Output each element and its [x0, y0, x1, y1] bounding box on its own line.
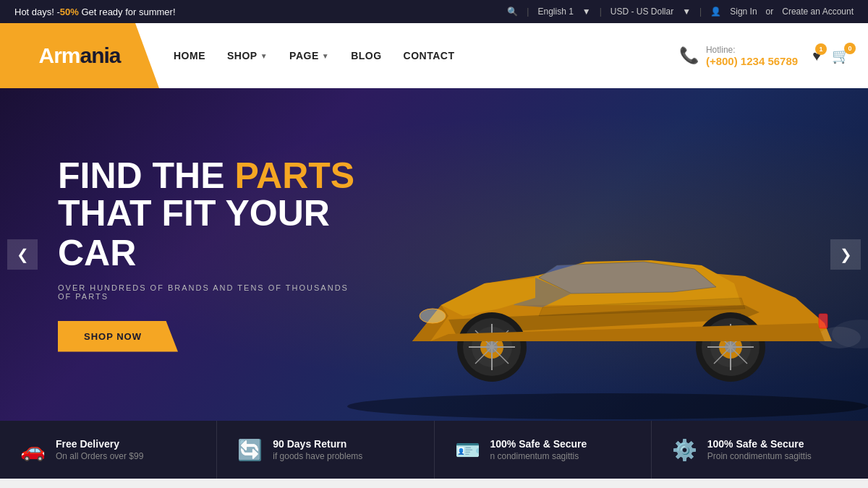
feature-returns: 🔄 90 Days Return if goods have problems: [217, 421, 434, 479]
nav-shop[interactable]: SHOP ▼: [227, 50, 268, 61]
feature-info: 100% Safe & Secure n condimentum sagitti…: [490, 438, 587, 461]
header-icons: ♥ 1 🛒 0: [812, 47, 850, 64]
gear-icon: ⚙️: [672, 438, 697, 462]
hero-subtitle: OVER HUNDREDS OF BRANDS AND TENS OF THOU…: [58, 283, 362, 301]
header-right: 📞 Hotline: (+800) 1234 56789 ♥ 1 🛒 0: [661, 23, 868, 88]
wishlist-button[interactable]: ♥ 1: [812, 48, 821, 64]
shop-now-button[interactable]: SHOP NOW: [58, 321, 178, 352]
top-bar-right: 🔍 | English 1 ▼ | USD - US Dollar ▼ | 👤 …: [507, 7, 854, 17]
svg-point-1: [420, 309, 446, 323]
slider-next-button[interactable]: ❯: [830, 239, 861, 270]
shop-chevron: ▼: [260, 52, 268, 60]
hotline-label: Hotline:: [706, 45, 798, 55]
id-icon: 🪪: [455, 438, 480, 462]
feature-title: 100% Safe & Secure: [490, 438, 587, 450]
language-selector[interactable]: English 1: [537, 7, 573, 17]
currency-selector[interactable]: USD - US Dollar: [610, 7, 673, 17]
feature-title: Free Delivery: [56, 438, 143, 450]
currency-chevron: ▼: [682, 7, 691, 17]
lang-chevron: ▼: [582, 7, 591, 17]
features-bar: 🚗 Free Delivery On all Orders over $99 🔄…: [0, 421, 868, 479]
hotline-info: Hotline: (+800) 1234 56789: [706, 45, 798, 67]
categories-section: LIGHTING & ELECTRONICS SAVE UP TO 30%: [0, 479, 868, 488]
site-header: Armania HOME SHOP ▼ PAGE ▼ BLOG CONTACT …: [0, 23, 868, 88]
cart-badge: 0: [844, 43, 856, 54]
feature-secure-1: 🪪 100% Safe & Secure n condimentum sagit…: [435, 421, 652, 479]
phone-icon: 📞: [679, 46, 699, 65]
hotline: 📞 Hotline: (+800) 1234 56789: [679, 45, 798, 67]
svg-rect-2: [819, 314, 827, 328]
feature-subtitle: Proin condimentum sagittis: [707, 451, 812, 461]
hero-slider: FIND THE PARTS THAT FIT YOUR CAR OVER HU…: [0, 88, 868, 421]
feature-title: 90 Days Return: [273, 438, 362, 450]
wishlist-badge: 1: [815, 43, 827, 55]
feature-info: 90 Days Return if goods have problems: [273, 438, 362, 461]
main-nav: HOME SHOP ▼ PAGE ▼ BLOG CONTACT: [174, 50, 455, 61]
feature-secure-2: ⚙️ 100% Safe & Secure Proin condimentum …: [652, 421, 868, 479]
create-account-link[interactable]: Create an Account: [782, 7, 854, 17]
hotline-number: (+800) 1234 56789: [706, 55, 798, 67]
slider-prev-button[interactable]: ❮: [7, 239, 38, 270]
nav-page[interactable]: PAGE ▼: [289, 50, 329, 61]
feature-free-delivery: 🚗 Free Delivery On all Orders over $99: [0, 421, 217, 479]
car-icon: 🚗: [20, 438, 46, 462]
logo: Armania: [38, 43, 120, 68]
feature-subtitle: if goods have problems: [273, 451, 362, 461]
feature-title: 100% Safe & Secure: [707, 438, 812, 450]
promo-text: Hot days! -50% Get ready for summer!: [14, 7, 176, 17]
svg-point-0: [347, 393, 868, 419]
page-chevron: ▼: [322, 52, 329, 60]
feature-info: 100% Safe & Secure Proin condimentum sag…: [707, 438, 812, 461]
return-icon: 🔄: [237, 438, 263, 462]
search-icon[interactable]: 🔍: [507, 7, 518, 17]
user-icon: 👤: [710, 7, 721, 17]
nav-home[interactable]: HOME: [174, 50, 205, 61]
feature-subtitle: n condimentum sagittis: [490, 451, 587, 461]
feature-info: Free Delivery On all Orders over $99: [56, 438, 143, 461]
feature-subtitle: On all Orders over $99: [56, 451, 143, 461]
top-bar: Hot days! -50% Get ready for summer! 🔍 |…: [0, 0, 868, 23]
cart-button[interactable]: 🛒 0: [832, 47, 850, 64]
nav-block: HOME SHOP ▼ PAGE ▼ BLOG CONTACT: [159, 23, 661, 88]
nav-contact[interactable]: CONTACT: [404, 50, 455, 61]
hero-title-line2: THAT FIT YOUR CAR: [58, 194, 362, 273]
nav-blog[interactable]: BLOG: [351, 50, 381, 61]
hero-title-line1: FIND THE PARTS: [58, 158, 362, 194]
sign-in-link[interactable]: Sign In: [730, 7, 757, 17]
hero-content: FIND THE PARTS THAT FIT YOUR CAR OVER HU…: [0, 158, 420, 352]
logo-block[interactable]: Armania: [0, 23, 159, 88]
